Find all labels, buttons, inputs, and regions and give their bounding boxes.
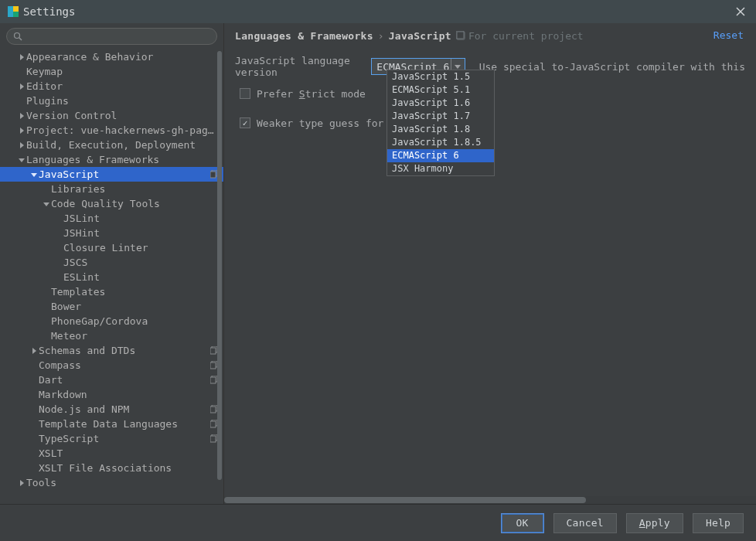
- svg-marker-9: [20, 83, 24, 90]
- chevron-right-icon: [17, 113, 26, 119]
- tree-item-label: Markdown: [39, 387, 219, 402]
- title-bar: Settings: [0, 0, 756, 23]
- dropdown-option[interactable]: JavaScript 1.7: [387, 110, 494, 123]
- tree-item-label: Node.js and NPM: [39, 402, 207, 417]
- tree-item-label: Languages & Frameworks: [26, 152, 219, 167]
- chevron-right-icon: [29, 348, 39, 354]
- tree-item-label: Compass: [39, 358, 207, 373]
- svg-rect-24: [210, 377, 216, 383]
- dialog-button-bar: OK Cancel Apply Help: [0, 504, 756, 541]
- svg-marker-11: [20, 128, 24, 134]
- apply-button[interactable]: Apply: [626, 513, 683, 533]
- dropdown-option[interactable]: JavaScript 1.8.5: [387, 136, 494, 149]
- tree-item-label: Plugins: [26, 94, 219, 108]
- tree-item-label: JavaScript: [39, 167, 207, 182]
- tree-item[interactable]: JavaScript: [0, 167, 223, 182]
- svg-rect-30: [210, 436, 216, 442]
- dropdown-option[interactable]: JavaScript 1.6: [387, 97, 494, 110]
- tree-item[interactable]: Build, Execution, Deployment: [0, 138, 223, 152]
- tree-item[interactable]: Meteor: [0, 328, 223, 343]
- chevron-right-icon: [17, 83, 26, 90]
- svg-rect-20: [210, 348, 216, 354]
- dropdown-option[interactable]: JSX Harmony: [387, 162, 494, 175]
- tree-item[interactable]: JSHint: [0, 226, 223, 240]
- chevron-down-icon: [29, 172, 39, 178]
- tree-item[interactable]: Project: vue-hackernews-gh-pag...: [0, 123, 223, 138]
- tree-item-label: Meteor: [51, 328, 219, 343]
- tree-item[interactable]: Libraries: [0, 182, 223, 196]
- tree-item[interactable]: Version Control: [0, 108, 223, 123]
- tree-item[interactable]: TypeScript: [0, 431, 223, 446]
- tree-item-label: Appearance & Behavior: [26, 49, 219, 64]
- dropdown-option[interactable]: JavaScript 1.8: [387, 123, 494, 136]
- project-scope-label: For current project: [468, 30, 584, 42]
- chevron-right-icon: [17, 142, 26, 148]
- language-version-label: JavaScript language version: [235, 55, 371, 78]
- tree-item[interactable]: JSLint: [0, 211, 223, 226]
- chevron-right-icon: [17, 54, 26, 60]
- tree-item[interactable]: Markdown: [0, 387, 223, 402]
- reset-link[interactable]: Reset: [713, 29, 744, 41]
- sidebar-scrollbar[interactable]: [217, 51, 222, 502]
- tree-item[interactable]: Compass: [0, 358, 223, 373]
- tree-item[interactable]: Keymap: [0, 64, 223, 79]
- svg-rect-3: [13, 12, 19, 17]
- tree-item[interactable]: Code Quality Tools: [0, 196, 223, 211]
- ok-button[interactable]: OK: [501, 513, 544, 533]
- tree-item[interactable]: XSLT: [0, 446, 223, 461]
- svg-marker-10: [20, 113, 24, 119]
- svg-rect-22: [210, 362, 216, 369]
- breadcrumb-leaf: JavaScript: [389, 30, 451, 42]
- tree-item[interactable]: Closure Linter: [0, 240, 223, 255]
- svg-line-7: [19, 38, 22, 40]
- scrollbar-thumb[interactable]: [217, 51, 222, 480]
- tree-item-label: XSLT File Associations: [39, 461, 219, 475]
- search-field[interactable]: [6, 28, 217, 45]
- prefer-strict-checkbox[interactable]: [240, 88, 250, 99]
- tree-item[interactable]: Dart: [0, 373, 223, 387]
- tree-item-label: Closure Linter: [63, 240, 219, 255]
- svg-marker-12: [20, 142, 24, 148]
- cancel-button[interactable]: Cancel: [553, 513, 617, 533]
- hscrollbar-thumb[interactable]: [224, 497, 586, 503]
- svg-marker-13: [19, 158, 25, 162]
- svg-marker-17: [43, 202, 49, 206]
- tree-item-label: ESLint: [63, 270, 219, 284]
- tree-item[interactable]: Node.js and NPM: [0, 402, 223, 417]
- help-button[interactable]: Help: [693, 513, 744, 533]
- chevron-right-icon: [17, 480, 26, 486]
- svg-rect-26: [210, 407, 216, 413]
- chevron-down-icon: [42, 201, 51, 207]
- tree-item[interactable]: Plugins: [0, 94, 223, 108]
- chevron-right-icon: [17, 128, 26, 134]
- window-title: Settings: [23, 0, 75, 23]
- tree-item-label: JSCS: [63, 255, 219, 270]
- dropdown-option[interactable]: ECMAScript 6: [387, 149, 494, 162]
- tree-item-label: TypeScript: [39, 431, 207, 446]
- tree-item[interactable]: Bower: [0, 299, 223, 314]
- tree-item[interactable]: ESLint: [0, 270, 223, 284]
- svg-marker-31: [20, 480, 24, 486]
- language-version-options[interactable]: JavaScript 1.5ECMAScript 5.1JavaScript 1…: [387, 70, 495, 176]
- settings-tree[interactable]: Appearance & BehaviorKeymapEditorPlugins…: [0, 49, 223, 504]
- tree-item[interactable]: XSLT File Associations: [0, 461, 223, 475]
- main-hscrollbar[interactable]: [224, 496, 756, 504]
- tree-item[interactable]: Templates: [0, 284, 223, 299]
- tree-item[interactable]: Schemas and DTDs: [0, 343, 223, 358]
- tree-item[interactable]: Editor: [0, 79, 223, 94]
- tree-item[interactable]: Template Data Languages: [0, 417, 223, 431]
- dropdown-option[interactable]: JavaScript 1.5: [387, 70, 494, 83]
- tree-item[interactable]: PhoneGap/Cordova: [0, 314, 223, 328]
- weaker-type-checkbox[interactable]: [240, 117, 250, 128]
- tree-item[interactable]: JSCS: [0, 255, 223, 270]
- tree-item[interactable]: Appearance & Behavior: [0, 49, 223, 64]
- search-input[interactable]: [26, 31, 210, 42]
- close-button[interactable]: [730, 0, 751, 23]
- svg-marker-8: [20, 54, 24, 60]
- tree-item[interactable]: Languages & Frameworks: [0, 152, 223, 167]
- tree-item[interactable]: Tools: [0, 475, 223, 490]
- dropdown-option[interactable]: ECMAScript 5.1: [387, 83, 494, 97]
- svg-rect-1: [13, 6, 19, 12]
- search-row: [0, 23, 223, 48]
- tree-item-label: Keymap: [26, 64, 219, 79]
